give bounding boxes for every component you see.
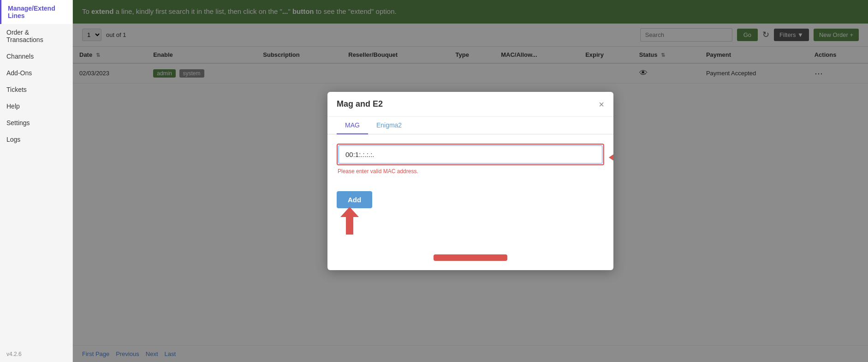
bottom-bar-annotation	[434, 254, 507, 261]
sidebar: Manage/Extend Lines Order & Transactions…	[0, 0, 73, 362]
sidebar-item-add-ons[interactable]: Add-Ons	[0, 65, 72, 81]
modal-body: Please enter valid MAC address. Add	[327, 134, 613, 270]
modal-tabs: MAG Enigma2	[327, 117, 613, 134]
svg-marker-1	[340, 207, 359, 235]
mac-address-input[interactable]	[339, 145, 602, 163]
mac-input-section: Please enter valid MAC address.	[337, 144, 604, 175]
modal-close-button[interactable]: ×	[599, 100, 604, 109]
arrow-up-annotation	[340, 207, 359, 235]
sidebar-item-channels[interactable]: Channels	[0, 48, 72, 65]
main-content: To extend a line, kindly first search it…	[73, 0, 868, 362]
sidebar-item-help[interactable]: Help	[0, 98, 72, 115]
sidebar-item-logs[interactable]: Logs	[0, 131, 72, 148]
svg-marker-0	[609, 148, 613, 167]
modal-overlay: Mag and E2 × MAG Enigma2 Plea	[73, 0, 868, 362]
modal: Mag and E2 × MAG Enigma2 Plea	[327, 92, 613, 270]
arrow-left-annotation	[609, 148, 613, 167]
tab-mag[interactable]: MAG	[337, 117, 368, 134]
add-button[interactable]: Add	[337, 191, 372, 208]
sidebar-item-order-transactions[interactable]: Order & Transactions	[0, 24, 72, 48]
mac-error-message: Please enter valid MAC address.	[337, 168, 604, 175]
modal-header: Mag and E2 ×	[327, 92, 613, 117]
modal-title: Mag and E2	[337, 99, 383, 109]
mac-input-wrapper	[337, 144, 604, 165]
sidebar-item-settings[interactable]: Settings	[0, 115, 72, 131]
sidebar-version: v4.2.6	[0, 346, 72, 362]
sidebar-item-manage-extend-lines[interactable]: Manage/Extend Lines	[0, 0, 72, 24]
sidebar-item-tickets[interactable]: Tickets	[0, 81, 72, 98]
tab-enigma2[interactable]: Enigma2	[368, 117, 410, 134]
